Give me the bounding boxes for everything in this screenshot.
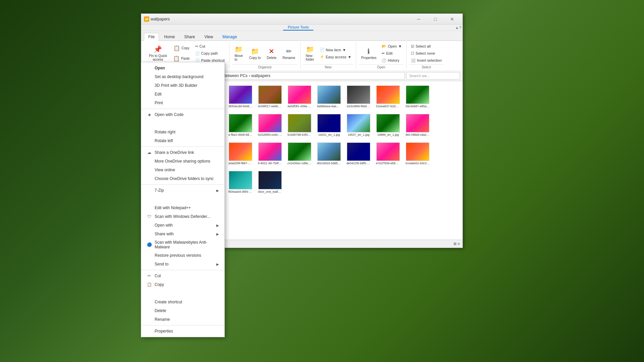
ribbon-organize-group: 📁 Moveto 📁 Copy to ✕ Delete ✏ Rename Org…	[229, 42, 301, 69]
open-label: Open	[388, 44, 397, 48]
pin-icon: 📌	[154, 45, 162, 53]
grid-view-icon[interactable]: ⊞	[453, 242, 457, 246]
select-all-button[interactable]: ☑ Select all	[409, 43, 443, 50]
context-menu-item[interactable]: Open	[141, 64, 224, 72]
context-menu-item[interactable]: Rotate left	[141, 136, 224, 145]
context-menu-item[interactable]: ✂Cut	[141, 272, 224, 280]
context-menu-item-icon-spacer	[147, 261, 152, 267]
tab-home[interactable]: Home	[160, 33, 179, 41]
copy-path-button[interactable]: 📄 Copy path	[194, 50, 226, 57]
context-menu-item[interactable]: Edit with Notepad++	[141, 203, 224, 212]
file-item[interactable]: d0cc6916-5dd5-4f86-9e41-85674fb8a956_5.j…	[316, 141, 342, 167]
rename-button[interactable]: ✏ Rename	[280, 46, 298, 61]
context-menu-item[interactable]: Restore previous versions	[141, 251, 224, 260]
delete-icon: ✕	[269, 47, 274, 55]
context-menu-item[interactable]: ◈Open with Code	[141, 110, 224, 119]
search-box[interactable]: Search wa...	[406, 72, 460, 79]
file-thumbnail	[317, 142, 341, 161]
close-button[interactable]: ✕	[444, 14, 460, 24]
properties-button[interactable]: ℹ Properties	[359, 46, 379, 61]
context-menu-item[interactable]: Properties	[141, 327, 224, 336]
context-menu-item-icon-spacer	[147, 65, 152, 71]
context-menu-item[interactable]: View online	[141, 166, 224, 174]
history-btn[interactable]: 🕐 History	[380, 57, 404, 64]
context-menu-item[interactable]: Rotate right	[141, 128, 224, 136]
context-menu-item[interactable]: 7-Zip▶	[141, 186, 224, 195]
file-item[interactable]: 516d5798-63f3-4e78-a5d6-d833de8e7d50_4.j…	[286, 112, 313, 138]
file-name: 4a5df3f1-439a-4353-acab-5d46c048bca9_4.j…	[287, 105, 312, 108]
file-item[interactable]: xbox_one_wallpaper_by_ljdesigner-d8iqc33…	[257, 169, 283, 195]
maximize-button[interactable]: □	[428, 14, 443, 24]
file-item[interactable]: 19201_en_1.jpg	[316, 112, 342, 138]
file-item[interactable]: 19889_en_1.jpg	[375, 112, 401, 138]
file-item[interactable]: 16cb3889-f66d-4f8b-805c-ee2c59f85a2d_5.j…	[345, 84, 372, 110]
move-to-button[interactable]: 📁 Moveto	[232, 44, 246, 63]
context-menu-item[interactable]: More OneDrive sharing options	[141, 157, 224, 166]
file-grid[interactable]: ✓b1-a8cc-4c0-b1f12a5.jpg3b50ecdd-5646-4c…	[195, 81, 463, 240]
context-menu-item-icon-spacer	[147, 317, 152, 322]
context-menu-item[interactable]: Create shortcut	[141, 298, 224, 306]
context-menu-item[interactable]: Open with▶	[141, 221, 224, 230]
file-item[interactable]: 19537_en_1.jpg	[345, 112, 372, 138]
file-item[interactable]: 59c408d7-e85a-408c-8337-bbbc03001249_4.j…	[404, 84, 431, 110]
help-icon[interactable]: ?	[459, 26, 461, 29]
copy-to-button[interactable]: 📁 Copy to	[247, 46, 263, 61]
context-menu-item[interactable]: Choose OneDrive folders to sync	[141, 174, 224, 183]
select-none-button[interactable]: ☐ Select none	[409, 50, 443, 57]
context-menu-item[interactable]: 3D Print with 3D Builder	[141, 81, 224, 90]
context-menu-item-label: View online	[155, 168, 175, 172]
file-item[interactable]: 4a5df3f1-439a-4353-acab-5d46c048bca9_4.j…	[286, 84, 313, 110]
file-item[interactable]: a4a62f4f-f887-427b-b8ec-95f62de86ca2_7.j…	[227, 141, 254, 167]
new-item-button[interactable]: 📄 New item ▼	[318, 47, 353, 53]
context-menu-item[interactable]	[141, 195, 224, 203]
delete-button[interactable]: ✕ Delete	[264, 46, 279, 61]
copy-path-icon: 📄	[195, 51, 200, 56]
cut-button[interactable]: ✂ Cut	[194, 43, 226, 50]
file-item[interactable]: 51eea837-62db-4f6f-99d3-0894e7e7f-80c-83…	[375, 84, 401, 110]
context-menu-item[interactable]: Rename	[141, 315, 224, 324]
easy-access-arrow: ▼	[348, 55, 352, 59]
minimize-button[interactable]: ─	[411, 14, 426, 24]
context-menu-item[interactable]: Share with▶	[141, 230, 224, 238]
context-menu-item[interactable]	[141, 289, 224, 298]
context-menu-item[interactable]: 📋Copy	[141, 280, 224, 289]
tab-manage[interactable]: Manage	[218, 33, 241, 41]
file-item[interactable]: f600aa04-d5f4-4ae5-986a-ec177c68a295_4.j…	[227, 169, 254, 195]
context-menu-item[interactable]: Print	[141, 99, 224, 107]
file-item[interactable]: 0252bf93-ce9c-4342-bc7b-4affe2985852_18.…	[257, 112, 283, 138]
file-item[interactable]: 98178bbd-cda2-47d6-b1e2-8a02604964a0_6.j…	[404, 112, 431, 138]
invert-selection-button[interactable]: ⬜ Invert selection	[409, 57, 443, 64]
open-btn[interactable]: 📂 Open ▼	[380, 43, 404, 50]
context-menu-item-label: Copy	[155, 282, 164, 287]
file-item[interactable]: 9a86beea-6ae7-4370-9bae-95b37fc4899b_4.j…	[316, 84, 342, 110]
context-menu-item[interactable]: Send to▶	[141, 260, 224, 268]
tab-view[interactable]: View	[200, 33, 217, 41]
cut-label: Cut	[200, 44, 205, 48]
edit-btn[interactable]: ✏ Edit	[380, 50, 404, 57]
file-thumbnail	[406, 114, 429, 132]
file-item[interactable]: 4c06f017-eebb-4d58-a2d6-c446de6534b5_59.…	[257, 84, 283, 110]
move-to-label: Moveto	[235, 54, 243, 61]
context-menu-item[interactable]: Set as desktop background	[141, 72, 224, 81]
file-item[interactable]: e7e3783d-eb89-4529-8d2e-7e62ac24d22_18.j…	[375, 141, 401, 167]
context-menu-item[interactable]	[141, 119, 224, 128]
easy-access-button[interactable]: ⚡ Easy access ▼	[318, 54, 353, 60]
new-folder-button[interactable]: 📁 Newfolder	[303, 44, 317, 63]
context-menu-item[interactable]: ☁Share a OneDrive link	[141, 148, 224, 157]
pin-to-quick-access-button[interactable]: 📌 Pin to Quickaccess	[147, 44, 169, 63]
ribbon-collapse-icon[interactable]: ▲	[455, 26, 459, 29]
file-item[interactable]: c41635ec-cd9e-40a1-8e1d-abb27b069b43_5.j…	[286, 141, 313, 167]
copy-button[interactable]: 📋 Copy	[171, 43, 192, 53]
tab-share[interactable]: Share	[180, 33, 199, 41]
list-view-icon[interactable]: ≡	[458, 242, 460, 246]
file-item[interactable]: 6-8021-48-759f338.jpg	[257, 141, 283, 167]
context-menu-item[interactable]: 🔵Scan with Malwarebytes Anti-Malware	[141, 238, 224, 251]
context-menu-item[interactable]: Edit	[141, 90, 224, 99]
tab-file[interactable]: File	[144, 33, 159, 41]
file-item[interactable]: e14a6e51-b3c3-40e7-949c-ef87833836_5.jpg	[404, 141, 431, 167]
context-menu-item[interactable]: Delete	[141, 306, 224, 315]
file-item[interactable]: e-fbe2-4508-8df44c3.jpg	[227, 112, 254, 138]
context-menu-item[interactable]: 🛡Scan with Windows Defender...	[141, 212, 224, 221]
file-item[interactable]: de0421f0-b8f5-47f7-9e7c-9e33f2f42805_4.j…	[345, 141, 372, 167]
file-item[interactable]: 3b50ecdd-5646-4c5b-9704-734b6bd72079_6.j…	[227, 84, 254, 110]
